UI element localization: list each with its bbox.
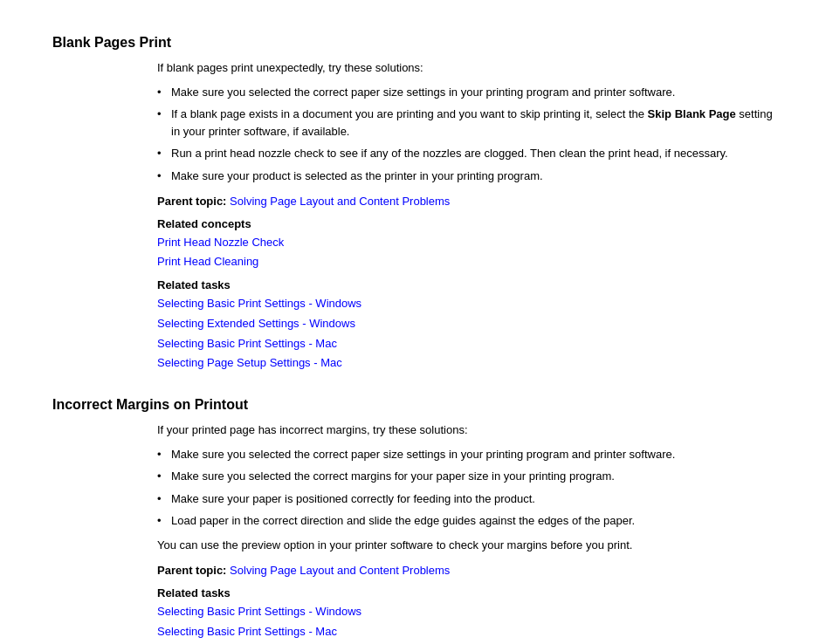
related-tasks-heading-margins: Related tasks [157,586,781,599]
list-item: Make sure you selected the correct paper… [157,84,781,101]
page-setup-mac-link[interactable]: Selecting Page Setup Settings - Mac [157,356,342,369]
extra-text-margins: You can use the preview option in your p… [157,537,781,554]
intro-text-blank-pages: If blank pages print unexpectedly, try t… [157,59,781,77]
related-concepts-heading: Related concepts [157,217,781,230]
section-heading-blank-pages: Blank Pages Print [52,35,781,51]
section-blank-pages-print: Blank Pages Print If blank pages print u… [52,35,781,373]
content-block-margins: If your printed page has incorrect margi… [157,421,781,641]
list-item: Make sure you selected the correct paper… [157,446,781,463]
section-heading-margins: Incorrect Margins on Printout [52,397,781,413]
link-head-cleaning: Print Head Cleaning [157,253,781,271]
parent-topic-line-margins: Parent topic: Solving Page Layout and Co… [157,562,781,579]
parent-topic-label: Parent topic: [157,195,226,208]
related-tasks-heading-blank: Related tasks [157,278,781,291]
list-item: Run a print head nozzle check to see if … [157,145,781,162]
parent-topic-link[interactable]: Solving Page Layout and Content Problems [230,195,450,208]
link-page-setup-mac: Selecting Page Setup Settings - Mac [157,354,781,373]
list-item: Make sure your paper is positioned corre… [157,490,781,508]
list-item: Load paper in the correct direction and … [157,512,781,530]
bullet-list-blank-pages: Make sure you selected the correct paper… [157,84,781,185]
link-basic-settings-windows-margins: Selecting Basic Print Settings - Windows [157,603,781,621]
bullet-list-margins: Make sure you selected the correct paper… [157,446,781,530]
section-incorrect-margins: Incorrect Margins on Printout If your pr… [52,397,781,641]
list-item: Make sure your product is selected as th… [157,168,781,185]
extended-settings-windows-link[interactable]: Selecting Extended Settings - Windows [157,317,355,330]
link-extended-settings-windows: Selecting Extended Settings - Windows [157,315,781,333]
basic-print-mac-link[interactable]: Selecting Basic Print Settings - Mac [157,337,337,350]
list-item: Make sure you selected the correct margi… [157,468,781,485]
basic-settings-windows-margins-link[interactable]: Selecting Basic Print Settings - Windows [157,605,361,618]
basic-print-mac-margins-link[interactable]: Selecting Basic Print Settings - Mac [157,625,337,638]
basic-print-windows-link[interactable]: Selecting Basic Print Settings - Windows [157,297,361,310]
link-basic-print-mac: Selecting Basic Print Settings - Mac [157,335,781,353]
nozzle-check-link[interactable]: Print Head Nozzle Check [157,236,284,249]
content-block-blank-pages: If blank pages print unexpectedly, try t… [157,59,781,373]
link-basic-print-mac-margins: Selecting Basic Print Settings - Mac [157,623,781,641]
parent-topic-line: Parent topic: Solving Page Layout and Co… [157,193,781,210]
link-basic-print-windows: Selecting Basic Print Settings - Windows [157,295,781,313]
link-nozzle-check: Print Head Nozzle Check [157,234,781,252]
parent-topic-link-margins[interactable]: Solving Page Layout and Content Problems [230,564,450,577]
parent-topic-label-margins: Parent topic: [157,564,226,577]
intro-text-margins: If your printed page has incorrect margi… [157,421,781,439]
head-cleaning-link[interactable]: Print Head Cleaning [157,255,258,268]
page: Blank Pages Print If blank pages print u… [0,0,833,644]
list-item: If a blank page exists in a document you… [157,106,781,140]
